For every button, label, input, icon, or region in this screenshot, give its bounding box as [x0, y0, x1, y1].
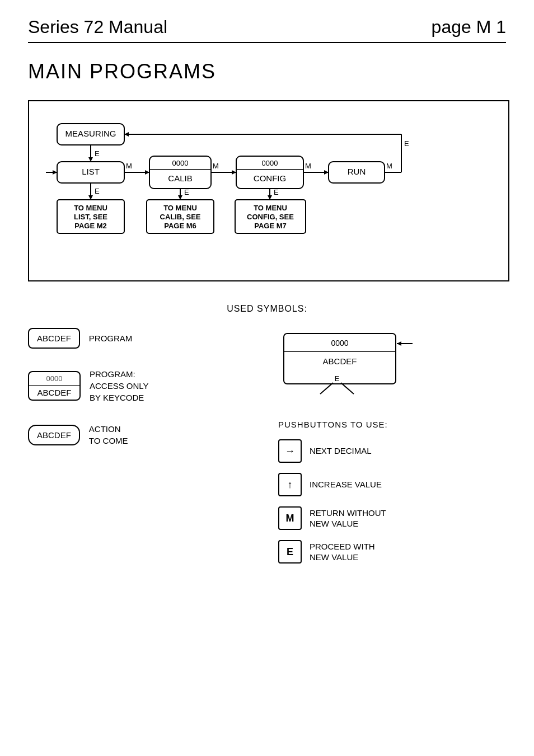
pb-box-arrow-up: ↑ [278, 473, 302, 496]
symbol-box-action: ABCDEF [28, 425, 80, 445]
symbol-box-double-keycode: 0000 ABCDEF [29, 372, 79, 400]
svg-marker-35 [88, 195, 93, 200]
flow-diagram-svg: MEASURING E LIST M 0000 CALIB M 0000 CON… [40, 118, 499, 269]
pb-box-m: M [278, 506, 302, 530]
svg-text:PAGE M7: PAGE M7 [254, 222, 287, 230]
flow-diagram: MEASURING E LIST M 0000 CALIB M 0000 CON… [28, 100, 509, 281]
svg-text:0000: 0000 [331, 339, 348, 348]
svg-text:PAGE M2: PAGE M2 [74, 222, 107, 230]
page-header: Series 72 Manual page M 1 [28, 17, 506, 43]
pb-label-next-decimal: NEXT DECIMAL [310, 445, 372, 457]
svg-marker-24 [324, 170, 329, 175]
svg-marker-10 [145, 170, 149, 175]
symbol-box-code: 0000 [29, 372, 79, 386]
svg-marker-49 [268, 195, 272, 200]
svg-text:CONFIG: CONFIG [254, 173, 286, 183]
svg-marker-3 [88, 157, 93, 162]
symbol-row-keycode: 0000 ABCDEF PROGRAM:ACCESS ONLYBY KEYCOD… [28, 368, 256, 403]
svg-text:0000: 0000 [172, 159, 189, 167]
pushbutton-row-proceed: E PROCEED WITHNEW VALUE [278, 540, 506, 564]
symbol-row-action: ABCDEF ACTIONTO COME [28, 423, 256, 447]
main-heading: MAIN PROGRAMS [28, 60, 506, 83]
svg-marker-32 [124, 132, 129, 137]
pb-box-e: E [278, 540, 302, 564]
svg-text:ABCDEF: ABCDEF [323, 356, 357, 366]
svg-text:E: E [95, 149, 100, 158]
svg-text:M: M [305, 162, 311, 170]
svg-text:TO MENU: TO MENU [254, 204, 287, 212]
svg-text:E: E [95, 187, 100, 195]
symbol-box-abcdef-simple: ABCDEF [28, 328, 80, 349]
svg-text:MEASURING: MEASURING [65, 129, 116, 138]
svg-text:LIST, SEE: LIST, SEE [74, 213, 107, 221]
symbol-label-keycode: PROGRAM:ACCESS ONLYBY KEYCODE [90, 368, 149, 403]
symbol-row-program: ABCDEF PROGRAM [28, 328, 256, 349]
svg-text:M: M [126, 162, 132, 170]
pb-label-increase: INCREASE VALUE [310, 479, 382, 490]
svg-text:M: M [386, 162, 392, 170]
header-page: page M 1 [432, 17, 506, 37]
svg-marker-8 [53, 170, 57, 175]
symbols-section: USED SYMBOLS: ABCDEF PROGRAM 0000 ABCDEF… [28, 304, 506, 574]
right-diagram-svg: 0000 ABCDEF E [278, 328, 435, 401]
svg-text:E: E [404, 139, 409, 148]
svg-marker-17 [232, 170, 236, 175]
svg-text:E: E [274, 188, 279, 196]
svg-text:0000: 0000 [262, 159, 278, 167]
symbol-box-name: ABCDEF [29, 386, 79, 400]
svg-text:E: E [184, 188, 189, 196]
svg-text:LIST: LIST [82, 167, 100, 176]
svg-text:TO MENU: TO MENU [74, 204, 107, 212]
right-diagram: 0000 ABCDEF E [278, 328, 506, 403]
svg-text:RUN: RUN [348, 167, 366, 176]
svg-text:CALIB: CALIB [168, 173, 192, 183]
pb-label-proceed: PROCEED WITHNEW VALUE [310, 541, 375, 563]
svg-text:E: E [335, 374, 340, 383]
svg-text:CONFIG, SEE: CONFIG, SEE [247, 213, 294, 221]
symbol-box-double-outer: 0000 ABCDEF [28, 371, 81, 401]
pushbuttons-title: PUSHBUTTONS TO USE: [278, 420, 506, 429]
svg-text:CALIB, SEE: CALIB, SEE [160, 213, 201, 221]
symbol-label-program: PROGRAM [89, 332, 133, 344]
svg-text:PAGE M6: PAGE M6 [164, 222, 196, 230]
symbols-title: USED SYMBOLS: [28, 304, 506, 314]
symbol-label-action: ACTIONTO COME [89, 423, 128, 447]
pb-box-arrow-right: → [278, 439, 302, 463]
symbols-grid: ABCDEF PROGRAM 0000 ABCDEF PROGRAM:ACCES… [28, 328, 506, 574]
svg-marker-42 [178, 195, 182, 200]
symbols-right: 0000 ABCDEF E PUSHBUTTONS TO USE: [278, 328, 506, 574]
svg-text:TO MENU: TO MENU [163, 204, 197, 212]
header-title: Series 72 Manual [28, 17, 167, 37]
pushbuttons-section: PUSHBUTTONS TO USE: → NEXT DECIMAL ↑ INC… [278, 420, 506, 564]
pb-label-return: RETURN WITHOUTNEW VALUE [310, 508, 386, 529]
pushbutton-row-increase: ↑ INCREASE VALUE [278, 473, 506, 496]
pushbutton-row-return: M RETURN WITHOUTNEW VALUE [278, 506, 506, 530]
symbols-left: ABCDEF PROGRAM 0000 ABCDEF PROGRAM:ACCES… [28, 328, 256, 574]
svg-marker-60 [397, 341, 401, 346]
svg-text:M: M [213, 162, 219, 170]
pushbutton-row-next-decimal: → NEXT DECIMAL [278, 439, 506, 463]
